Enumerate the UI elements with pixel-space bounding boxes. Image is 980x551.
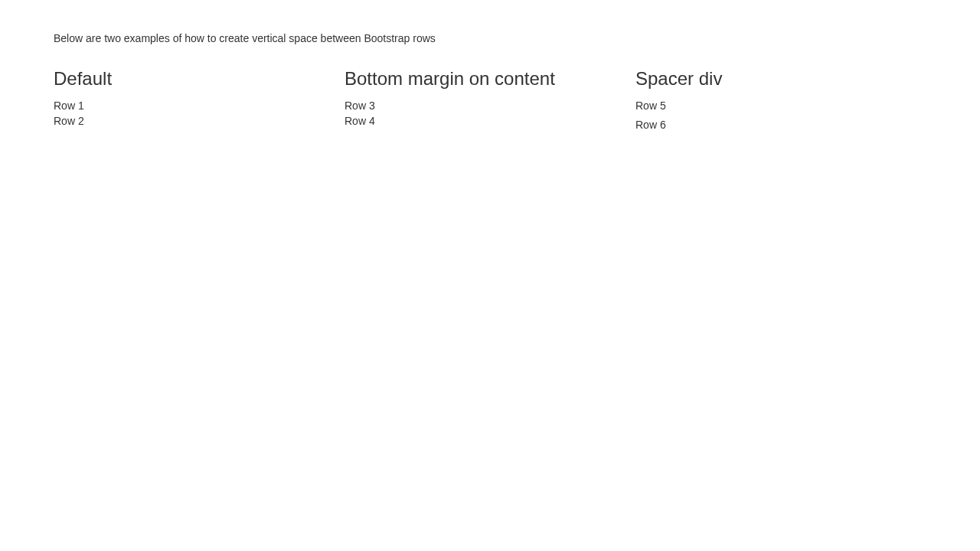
row-item: Row 1 (54, 98, 329, 113)
columns-container: Default Row 1 Row 2 Bottom margin on con… (54, 69, 926, 132)
row-item: Row 5 (635, 98, 911, 113)
row-item: Row 2 (54, 113, 329, 129)
column-default: Default Row 1 Row 2 (54, 69, 345, 132)
column-bottom-margin: Bottom margin on content Row 3 Row 4 (345, 69, 635, 132)
column-title-bottom-margin: Bottom margin on content (345, 69, 620, 89)
row-item: Row 4 (345, 113, 620, 129)
row-item: Row 6 (635, 117, 911, 132)
column-title-spacer-div: Spacer div (635, 69, 911, 89)
row-item: Row 3 (345, 98, 620, 113)
column-spacer-div: Spacer div Row 5 Row 6 (635, 69, 926, 132)
column-title-default: Default (54, 69, 329, 89)
intro-text: Below are two examples of how to create … (54, 31, 926, 46)
